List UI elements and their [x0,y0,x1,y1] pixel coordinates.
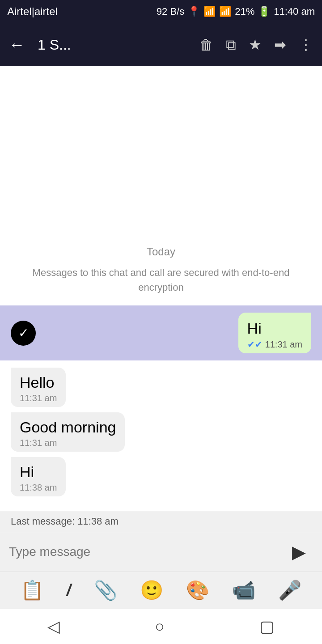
recv-msg-text-1: Hello [20,374,57,391]
time-text: 11:40 am [274,6,315,17]
sent-message-time: 11:31 am [265,339,302,350]
attachment-icon[interactable]: 📎 [94,579,117,601]
clipboard-icon[interactable]: 📋 [21,579,44,601]
bottom-actions: 📋 / 📎 🙂 🎨 📹 🎤 [0,572,322,608]
battery-icon: 🔋 [258,6,270,17]
date-line-left [14,252,140,252]
nav-home-icon[interactable]: ○ [155,617,165,636]
chat-title: 1 S... [38,37,186,53]
recv-msg-time-2: 11:31 am [20,438,116,448]
sent-message-bubble[interactable]: Hi ✔✔ 11:31 am [238,313,311,353]
send-icon: ▶ [292,542,306,562]
delete-button[interactable]: 🗑 [199,37,213,53]
carrier-text: Airtel|airtel [7,5,58,18]
nav-recent-icon[interactable]: ▢ [259,617,275,636]
signal-icon: 📶 [219,6,231,17]
sent-message-text: Hi [247,320,302,337]
last-message-bar: Last message: 11:38 am [0,511,322,532]
wifi-icon: 📶 [203,6,216,17]
date-line-right [182,252,308,252]
status-right: 92 B/s 📍 📶 📶 21% 🔋 11:40 am [157,6,315,17]
check-mark-icon: ✓ [18,326,29,340]
text-format-icon[interactable]: / [67,581,71,600]
date-divider: Today [0,235,322,262]
camera-icon[interactable]: 📹 [232,579,255,601]
nav-back-icon[interactable]: ◁ [47,617,60,636]
encryption-notice: Messages to this chat and call are secur… [0,262,322,305]
status-bar: Airtel|airtel 92 B/s 📍 📶 📶 21% 🔋 11:40 a… [0,0,322,23]
back-button[interactable]: ← [9,35,25,54]
recv-msg-text-3: Hi [20,463,57,481]
read-receipt-icon: ✔✔ [247,339,263,350]
toolbar: ← 1 S... 🗑 ⧉ ★ ➡ ⋮ [0,23,322,66]
date-label: Today [147,246,175,258]
microphone-icon[interactable]: 🎤 [278,579,301,601]
star-button[interactable]: ★ [249,36,262,53]
chat-spacer [0,66,322,235]
emoji-icon[interactable]: 🙂 [140,579,163,601]
received-messages-section: Hello 11:31 am Good morning 11:31 am Hi … [0,360,322,504]
sent-message-meta: ✔✔ 11:31 am [247,339,302,350]
selection-check: ✓ [11,321,36,346]
copy-button[interactable]: ⧉ [226,37,236,53]
message-input[interactable] [9,545,279,559]
location-icon: 📍 [188,6,200,17]
received-message-3[interactable]: Hi 11:38 am [11,457,66,496]
input-bar: ▶ [0,532,322,572]
more-button[interactable]: ⋮ [299,36,313,53]
recv-msg-time-1: 11:31 am [20,393,57,403]
chat-area: Today Messages to this chat and call are… [0,66,322,511]
send-button[interactable]: ▶ [284,538,313,566]
palette-icon[interactable]: 🎨 [186,579,209,601]
nav-bar: ◁ ○ ▢ [0,608,322,644]
selected-message-row[interactable]: ✓ Hi ✔✔ 11:31 am [0,305,322,360]
received-message-2[interactable]: Good morning 11:31 am [11,412,125,452]
received-message-1[interactable]: Hello 11:31 am [11,368,66,407]
recv-msg-time-3: 11:38 am [20,483,57,493]
recv-msg-text-2: Good morning [20,419,116,436]
battery-text: 21% [235,6,254,17]
speed-text: 92 B/s [157,6,184,17]
forward-button[interactable]: ➡ [274,36,286,53]
